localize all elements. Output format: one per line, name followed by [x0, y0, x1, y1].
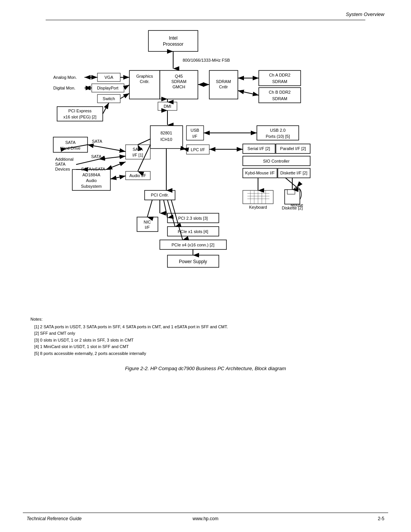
- footer-right: 2-5: [378, 516, 384, 521]
- svg-text:800/1066/1333-MHz FSB: 800/1066/1333-MHz FSB: [183, 58, 230, 62]
- svg-line-68: [183, 149, 186, 149]
- svg-text:AD1884A: AD1884A: [82, 173, 100, 177]
- svg-text:Keyboard: Keyboard: [249, 205, 267, 209]
- svg-text:Ports (10) [5]: Ports (10) [5]: [266, 134, 290, 139]
- svg-text:NIC: NIC: [144, 220, 151, 224]
- svg-text:Parallel I/F [2]: Parallel I/F [2]: [280, 146, 306, 151]
- svg-text:Analog Mon.: Analog Mon.: [53, 75, 77, 80]
- svg-text:Kybd-Mouse I/F: Kybd-Mouse I/F: [245, 171, 275, 175]
- notes-label: Notes:: [30, 316, 381, 323]
- svg-line-120: [99, 156, 126, 159]
- footer-line: [23, 513, 388, 513]
- svg-text:SDRAM: SDRAM: [272, 79, 287, 84]
- svg-text:LPC I/F: LPC I/F: [191, 147, 205, 152]
- svg-text:SATA: SATA: [91, 154, 102, 159]
- notes-section: Notes: [1] 2 SATA ports in USDT, 3 SATA …: [30, 316, 381, 357]
- svg-text:PCI Cntlr.: PCI Cntlr.: [151, 193, 169, 197]
- svg-text:GMCH: GMCH: [172, 85, 185, 89]
- svg-text:Serial I/F [2]: Serial I/F [2]: [247, 146, 270, 151]
- header-line: [46, 20, 365, 20]
- svg-text:Additional: Additional: [55, 157, 73, 161]
- svg-text:I/F: I/F: [145, 225, 150, 230]
- svg-text:USB: USB: [191, 128, 199, 133]
- svg-text:PCI Express: PCI Express: [68, 109, 92, 113]
- figure-caption: Figure 2-2. HP Compaq dc7900 Business PC…: [23, 366, 388, 371]
- svg-line-41: [120, 93, 129, 99]
- note-1: [1] 2 SATA ports in USDT, 3 SATA ports i…: [34, 324, 381, 331]
- svg-text:SATA: SATA: [132, 147, 143, 152]
- svg-text:SATA: SATA: [65, 140, 76, 145]
- header-title: System Overview: [346, 11, 384, 17]
- footer-center: www.hp.com: [193, 516, 218, 521]
- svg-text:PCIe x1 slots [4]: PCIe x1 slots [4]: [178, 229, 208, 234]
- svg-text:ICH10: ICH10: [160, 137, 172, 142]
- svg-line-28: [238, 91, 259, 95]
- svg-text:Ch B DDR2: Ch B DDR2: [269, 90, 290, 94]
- svg-line-121: [76, 159, 99, 165]
- svg-line-106: [110, 176, 126, 179]
- svg-rect-96: [287, 190, 295, 194]
- svg-text:I/F: I/F: [193, 134, 198, 139]
- footer-left: Technical Reference Guide: [27, 516, 81, 521]
- note-4: [4] 1 MiniCard slot in USDT, 1 slot in S…: [34, 343, 381, 350]
- svg-text:SATA: SATA: [55, 162, 66, 166]
- svg-text:Subsystem: Subsystem: [81, 184, 102, 189]
- svg-text:SDRAM: SDRAM: [171, 79, 186, 84]
- svg-text:Audio: Audio: [86, 178, 97, 183]
- svg-line-58: [138, 139, 150, 145]
- svg-text:I/F [1]: I/F [1]: [132, 153, 143, 157]
- svg-line-45: [103, 103, 109, 114]
- svg-text:Digital Mon.: Digital Mon.: [53, 86, 75, 90]
- svg-text:Audio I/F: Audio I/F: [129, 173, 146, 178]
- svg-text:DMI: DMI: [164, 104, 171, 109]
- svg-text:Diskette [2]: Diskette [2]: [282, 206, 303, 210]
- svg-line-34: [124, 85, 129, 88]
- svg-text:Q45: Q45: [175, 74, 183, 78]
- svg-text:x16 slot (PEG) [2]: x16 slot (PEG) [2]: [64, 115, 97, 119]
- svg-text:82801: 82801: [161, 131, 172, 135]
- note-5: [5] 8 ports accessible externally, 2 por…: [34, 350, 381, 357]
- svg-text:SIO Controller: SIO Controller: [263, 159, 290, 163]
- svg-text:SATA: SATA: [92, 139, 102, 144]
- svg-text:Devices: Devices: [55, 167, 70, 171]
- svg-text:Intel: Intel: [169, 35, 178, 41]
- note-2: [2] SFF and CMT only: [34, 330, 381, 337]
- svg-text:Power Supply: Power Supply: [179, 259, 207, 264]
- svg-text:SATA/eSATA: SATA/eSATA: [81, 167, 105, 171]
- svg-text:Cntlr: Cntlr: [219, 85, 228, 89]
- svg-text:Switch: Switch: [103, 96, 115, 101]
- svg-text:PCI 2.3 slots [3]: PCI 2.3 slots [3]: [178, 216, 208, 220]
- svg-line-94: [285, 178, 297, 187]
- svg-text:Diskette I/F [2]: Diskette I/F [2]: [280, 171, 307, 175]
- svg-line-128: [147, 200, 152, 217]
- svg-text:Graphics: Graphics: [136, 74, 153, 78]
- svg-text:DisplayPort: DisplayPort: [97, 86, 118, 90]
- svg-text:Processor: Processor: [163, 42, 183, 47]
- svg-text:VGA: VGA: [104, 75, 113, 80]
- svg-line-136: [164, 200, 167, 218]
- svg-text:USB 2.0: USB 2.0: [270, 128, 286, 133]
- svg-text:Ch A DDR2: Ch A DDR2: [269, 73, 290, 77]
- svg-line-114: [88, 145, 126, 152]
- svg-text:SDRAM: SDRAM: [216, 79, 231, 84]
- note-3: [3] 0 slots in USDT, 1 or 2 slots in SFF…: [34, 337, 381, 344]
- svg-line-123: [106, 162, 126, 169]
- svg-text:SDRAM: SDRAM: [272, 96, 287, 101]
- svg-text:PCIe x4 (x16 conn.) [2]: PCIe x4 (x16 conn.) [2]: [172, 243, 215, 247]
- svg-rect-4: [148, 30, 198, 51]
- svg-text:Cntlr.: Cntlr.: [140, 79, 150, 84]
